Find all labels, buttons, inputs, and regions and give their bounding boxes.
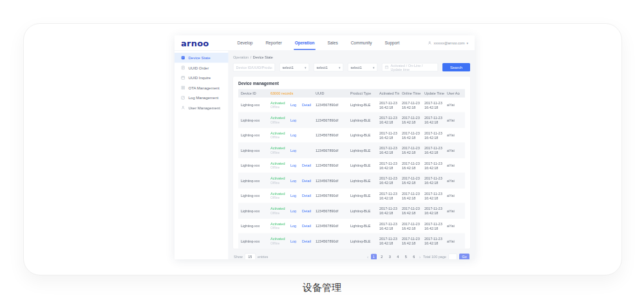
go-to-page-input[interactable] xyxy=(449,254,457,259)
sidebar-item-user-management[interactable]: User Management xyxy=(175,103,229,113)
cell-status: Activated Offline xyxy=(268,100,288,109)
cell-user-account: aYisi xyxy=(444,194,460,198)
log-link[interactable]: Log xyxy=(288,133,299,137)
page-number-button[interactable]: 3 xyxy=(387,254,393,260)
main-nav: Develop Reporter Operation Sales Communi… xyxy=(238,35,428,51)
detail-link[interactable]: Detail xyxy=(299,209,313,213)
log-link[interactable]: Log xyxy=(288,103,299,107)
cell-activated-time: 2017-11-23 16:42:18 xyxy=(377,115,399,124)
cell-product-type: Lighting-BLE xyxy=(348,103,377,107)
cell-online-time: 2017-11-23 16:42:18 xyxy=(399,115,422,124)
status-offline: Offline xyxy=(270,151,288,154)
cell-product-type: Lighting-BLE xyxy=(348,163,377,167)
filter-select-3[interactable]: select1 ▾ xyxy=(348,63,377,71)
status-activated: Activated xyxy=(270,176,288,181)
log-link[interactable]: Log xyxy=(288,209,299,213)
cell-update-time: 2017-11-23 16:42:18 xyxy=(422,131,444,140)
detail-link[interactable]: Detail xyxy=(299,103,313,107)
nav-item-support[interactable]: Support xyxy=(385,35,400,51)
log-link[interactable]: Log xyxy=(288,194,299,198)
table-row: Lighting-xxx Activated Offline Log Detai… xyxy=(238,203,465,219)
status-offline: Offline xyxy=(270,181,288,185)
detail-link[interactable]: Detail xyxy=(299,179,313,183)
cell-device-id: Lighting-xxx xyxy=(238,163,268,167)
page-number-button[interactable]: 4 xyxy=(395,254,401,260)
breadcrumb-parent[interactable]: Operation xyxy=(233,55,249,59)
cell-uuid: 1234567890df xyxy=(313,149,348,153)
cell-update-time: 2017-11-23 16:42:18 xyxy=(422,115,444,124)
calendar-icon xyxy=(385,66,389,69)
status-offline: Offline xyxy=(270,135,288,139)
prev-page-icon[interactable]: ‹ xyxy=(367,254,369,259)
page-number-button[interactable]: 1 xyxy=(371,254,377,260)
cell-uuid: 1234567890df xyxy=(313,163,348,167)
table-row: Lighting-xxx Activated Offline Log 12345… xyxy=(238,128,465,143)
keyword-search-input[interactable] xyxy=(233,63,275,71)
cell-activated-time: 2017-11-23 16:42:18 xyxy=(377,236,399,245)
search-button[interactable]: Search xyxy=(442,63,470,71)
sidebar-item-device-state[interactable]: Device State xyxy=(175,53,229,63)
col-header-product-type: Product Type xyxy=(348,91,377,95)
cell-uuid: 1234567890df xyxy=(313,133,348,137)
cell-status: Activated Offline xyxy=(268,146,288,154)
cell-update-time: 2017-11-23 16:42:18 xyxy=(422,161,444,170)
pagination-bar: Show 15 entries ‹ 123456 › Total 100 pag… xyxy=(233,254,470,260)
page-number-button[interactable]: 6 xyxy=(411,254,417,260)
nav-item-sales[interactable]: Sales xyxy=(327,35,337,51)
cell-online-time: 2017-11-23 16:42:18 xyxy=(399,221,422,230)
log-link[interactable]: Log xyxy=(288,163,299,167)
filter-select-2[interactable]: select1 ▾ xyxy=(314,63,343,71)
detail-link[interactable]: Detail xyxy=(299,194,313,198)
log-management-icon xyxy=(181,96,185,100)
table-row: Lighting-xxx Activated Offline Log 12345… xyxy=(238,113,465,128)
time-range-picker[interactable]: Activated / On-Line / Update time xyxy=(382,63,438,71)
nav-item-community[interactable]: Community xyxy=(351,35,372,51)
cell-update-time: 2017-11-23 16:42:18 xyxy=(422,100,444,109)
nav-item-develop[interactable]: Develop xyxy=(238,35,253,51)
cell-activated-time: 2017-11-23 16:42:18 xyxy=(377,191,399,200)
nav-item-operation[interactable]: Operation xyxy=(295,35,315,51)
log-link[interactable]: Log xyxy=(288,224,299,228)
cell-uuid: 1234567890df xyxy=(313,239,348,243)
detail-link[interactable]: Detail xyxy=(299,224,313,228)
page-number-button[interactable]: 5 xyxy=(403,254,409,260)
sidebar-item-ota-management[interactable]: OTA Management xyxy=(175,83,229,93)
page-number-button[interactable]: 2 xyxy=(379,254,384,260)
account-menu[interactable]: xxxxxx@arnoo.com ▾ xyxy=(428,41,468,46)
cell-user-account: aYisi xyxy=(444,179,460,183)
status-offline: Offline xyxy=(270,196,288,199)
sidebar-item-uuid-inquire[interactable]: UUID Inquire xyxy=(175,73,229,83)
page-size-select[interactable]: 15 xyxy=(245,254,256,260)
sidebar-item-label: UUID Order xyxy=(189,66,209,70)
table-row: Lighting-xxx Activated Offline Log Detai… xyxy=(238,173,465,189)
cell-product-type: Lighting-BLE xyxy=(348,224,377,228)
col-header-user-account: User Account xyxy=(444,91,460,95)
next-page-icon[interactable]: › xyxy=(419,254,421,259)
sidebar-item-label: Log Management xyxy=(189,95,219,100)
nav-item-reporter[interactable]: Reporter xyxy=(265,35,281,51)
log-link[interactable]: Log xyxy=(288,118,299,122)
log-link[interactable]: Log xyxy=(288,239,299,243)
go-button[interactable]: Go xyxy=(459,254,469,259)
filter-select-1[interactable]: select1 ▾ xyxy=(279,63,309,71)
detail-link[interactable]: Detail xyxy=(299,239,313,243)
cell-device-id: Lighting-xxx xyxy=(238,239,268,243)
log-link[interactable]: Log xyxy=(288,149,299,153)
table-row: Lighting-xxx Activated Offline Log Detai… xyxy=(238,219,465,234)
pager: ‹ 123456 › Total 100 page Go xyxy=(367,254,469,259)
cell-device-id: Lighting-xxx xyxy=(238,118,268,122)
uuid-order-icon xyxy=(181,66,185,70)
entries-label: entries xyxy=(258,255,269,259)
sidebar-item-log-management[interactable]: Log Management xyxy=(175,93,229,103)
caption: 设备管理 xyxy=(0,282,644,294)
detail-link[interactable]: Detail xyxy=(299,163,313,167)
status-offline: Offline xyxy=(270,226,288,230)
log-link[interactable]: Log xyxy=(288,179,299,183)
table-header: Device ID 63000 records UUID Product Typ… xyxy=(238,89,465,98)
nav-label: Develop xyxy=(238,41,253,46)
sidebar-item-uuid-order[interactable]: UUID Order xyxy=(175,63,229,73)
cell-activated-time: 2017-11-23 16:42:18 xyxy=(377,206,399,215)
nav-label: Sales xyxy=(327,41,337,46)
status-offline: Offline xyxy=(270,120,288,124)
cell-product-type: Lighting-BLE xyxy=(348,209,377,213)
